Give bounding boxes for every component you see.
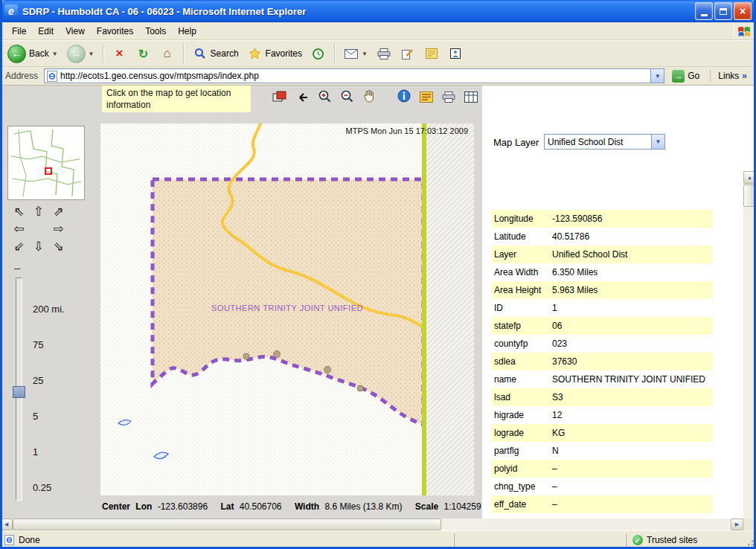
field-name: Area Width [491,267,552,277]
address-input[interactable]: http://ecots1.geo.census.gov/mtpsmaps/in… [44,68,664,83]
print-map-tool[interactable] [440,86,457,103]
trusted-check-icon: ✓ [632,535,643,545]
stop-button[interactable]: × [109,44,131,63]
zoom-in-tool[interactable] [315,86,333,103]
zoom-previous-tool[interactable] [293,86,310,103]
forward-button[interactable]: → ▼ [63,42,98,65]
menu-item[interactable]: Edit [32,24,60,39]
refresh-button[interactable]: ↻ [132,44,155,63]
table-row: name SOUTHERN TRINITY JOINT UNIFIED [491,370,713,388]
zoom-scale-labels: 200 mi.7525510.25 [33,291,65,505]
back-button[interactable]: ← Back ▼ [4,42,62,65]
field-name: lograde [491,428,552,438]
mail-button[interactable]: ▼ [340,44,371,63]
search-button[interactable]: Search [189,44,243,63]
menu-item[interactable]: Tools [139,24,172,39]
field-value: -123.590856 [552,214,602,224]
identify-tool[interactable] [395,86,412,103]
favorites-button[interactable]: Favorites [244,44,306,63]
field-name: sdlea [491,356,552,367]
district-name-label: SOUTHERN TRINITY JOINT UNIFIED [100,304,474,312]
resize-grip[interactable] [744,533,756,548]
map-layer-select[interactable]: Unified School Dist ▼ [544,134,665,150]
statusbar: Done ✓ Trusted sites [0,530,756,549]
messenger-icon [448,46,463,61]
table-row: chng_type – [491,478,713,495]
close-button[interactable]: × [734,2,752,20]
map-timestamp: MTPS Mon Jun 15 17:03:12 2009 [346,126,469,135]
table-row: Longitude -123.590856 [491,210,713,228]
maximize-button[interactable] [714,2,732,20]
messenger-button[interactable] [444,44,467,63]
horizontal-scrollbar[interactable]: ◀ ▶ [0,518,743,530]
forward-dropdown-icon: ▼ [89,51,94,57]
pan-southeast-button[interactable]: ⇘ [54,239,64,254]
zoom-slider-thumb[interactable] [13,386,25,398]
pan-southwest-button[interactable]: ⇙ [13,239,24,254]
scroll-right-button[interactable]: ▶ [731,518,743,530]
history-button[interactable] [307,44,330,63]
feature-info-table: Longitude -123.590856 Latitude 40.51786 … [491,210,713,513]
zoom-out-tool[interactable] [338,86,355,103]
field-value: KG [552,428,565,438]
select-location-tool[interactable] [271,86,288,103]
links-bar[interactable]: Links » [710,69,753,83]
mail-dropdown-icon: ▼ [362,51,368,57]
minimize-button[interactable] [695,2,713,20]
forward-icon: → [67,45,86,63]
print-button[interactable] [373,44,395,63]
vertical-scroll-thumb[interactable] [743,184,756,207]
menu-item[interactable]: Help [172,24,202,39]
map-canvas[interactable]: MTPS Mon Jun 15 17:03:12 2009 SOUTHERN T… [100,123,474,495]
pan-northwest-button[interactable]: ⇖ [13,204,24,219]
menu-item[interactable]: Favorites [91,24,139,39]
pan-west-button[interactable]: ⇦ [13,221,24,237]
vertical-scrollbar[interactable]: ▲ ▼ [743,171,756,549]
zoom-scale-label: 25 [33,362,65,398]
go-button[interactable]: → Go [668,69,703,83]
field-name: Area Height [491,285,552,295]
field-value: Unified School Dist [552,249,627,260]
mail-icon [344,46,359,61]
table-row: eff_date – [491,495,713,513]
field-value: 1 [552,303,557,313]
table-row: partflg N [491,442,713,460]
overview-locator-map[interactable] [7,126,85,200]
pan-south-button[interactable]: ⇩ [33,239,44,254]
horizontal-scroll-thumb[interactable] [13,518,441,530]
field-name: chng_type [491,481,552,492]
discuss-button[interactable] [420,44,443,63]
pan-tool[interactable] [360,86,377,103]
page-content: Click on the map to get location informa… [0,86,756,518]
table-row: higrade 12 [491,406,713,424]
addressbar: Address http://ecots1.geo.census.gov/mtp… [0,67,756,86]
table-row: Layer Unified School Dist [491,245,713,263]
pan-control-pad: ⇖ ⇧ ⇗ ⇦ ⇨ ⇙ ⇩ ⇘ [9,203,68,255]
legend-tool[interactable] [417,86,435,103]
zoom-scale-label: 5 [33,398,65,434]
menu-item[interactable]: File [6,24,32,39]
field-value: 37630 [552,356,577,367]
zoom-out-label: – [14,261,20,274]
pan-north-button[interactable]: ⇧ [33,204,44,219]
field-name: polyid [491,463,552,474]
edit-button[interactable] [397,44,419,63]
history-icon [311,46,326,61]
scrollbar-corner [743,518,756,530]
pan-east-button[interactable]: ⇨ [54,221,64,237]
attribute-table-tool[interactable] [462,86,479,103]
map-width-value: 8.6 Miles (13.8 Km) [324,501,402,512]
pan-northeast-button[interactable]: ⇗ [54,204,64,219]
field-name: countyfp [491,338,552,349]
home-icon: ⌂ [160,46,175,61]
width-label: Width [295,501,319,512]
scale-label: Scale [415,501,438,512]
home-button[interactable]: ⌂ [156,44,179,63]
field-name: higrade [491,410,552,420]
menu-item[interactable]: View [60,24,91,39]
address-dropdown-button[interactable]: ▼ [650,69,664,83]
field-value: 12 [552,410,562,420]
select-dropdown-icon[interactable]: ▼ [651,135,664,149]
scroll-up-button[interactable]: ▲ [743,171,756,184]
scroll-left-button[interactable]: ◀ [0,518,13,530]
